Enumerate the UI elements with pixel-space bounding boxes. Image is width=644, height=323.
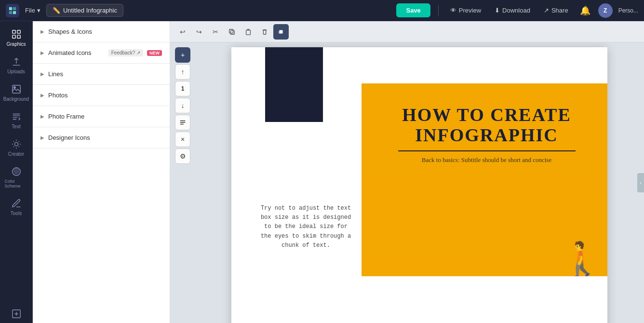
photos-section: ▶ Photos [33,85,170,106]
pencil-icon: ✏️ [53,7,60,14]
lines-label: Lines [48,70,63,78]
sidebar-item-tools-label: Tools [11,211,22,216]
username-label: Perso... [618,7,638,14]
lines-header[interactable]: ▶ Lines [33,64,170,84]
svg-rect-13 [230,30,234,34]
designer-chevron-icon: ▶ [40,135,44,140]
shapes-icons-section: ▶ Shapes & Icons [33,21,170,42]
svg-point-10 [14,142,18,146]
move-down-button[interactable]: ↓ [175,98,190,113]
document-canvas[interactable]: 🚶 Try not to adjust the text box size as… [231,47,607,323]
photos-label: Photos [48,92,67,99]
lines-section: ▶ Lines [33,64,170,85]
svg-rect-15 [246,30,251,35]
move-up-button[interactable]: ↑ [175,64,190,80]
canvas-area[interactable]: + ↑ 1 ↓ × ⚙ 🚶 [170,42,644,323]
download-icon: ⬇ [495,7,500,14]
sidebar-item-text[interactable]: Text [3,108,30,133]
sidebar-item-background-label: Background [3,96,29,102]
sidebar-item-graphics[interactable]: Graphics [3,25,30,51]
share-button[interactable]: ↗ Share [540,5,572,16]
person-silhouette: 🚶 [561,242,603,276]
page-number: 1 [175,81,190,96]
svg-rect-4 [12,30,15,33]
cut-button[interactable]: ✂ [208,24,223,40]
photo-frame-chevron-icon: ▶ [40,114,44,119]
feedback-badge[interactable]: Feedback? ↗ [108,49,143,56]
topbar: File ▾ ✏️ Untitled Infographic Save 👁 Pr… [0,0,644,21]
avatar[interactable]: Z [598,3,613,18]
collapse-panel-handle[interactable]: ‹ [637,173,644,192]
sidebar-item-bottom[interactable] [3,305,30,323]
graphics-panel: ▶ Shapes & Icons ▶ Animated Icons Feedba… [33,21,170,323]
photo-frame-label: Photo Frame [48,113,84,120]
svg-rect-5 [17,30,20,33]
page-settings-button[interactable]: ⚙ [175,148,190,164]
heading-line2-text: INFOGRAPHIC [415,125,558,145]
sidebar-item-background[interactable]: Background [3,80,30,106]
heading-line1: HOW TO CREATE [376,105,598,125]
add-page-button[interactable]: + [175,47,190,63]
svg-rect-2 [9,11,12,13]
download-label: Download [502,7,530,14]
left-sidebar: Graphics Uploads Background Text [0,21,33,323]
subtitle-text: Back to basics: Subtitle should be short… [376,156,598,164]
sidebar-item-color-scheme[interactable]: Color Scheme [3,162,30,192]
document-title[interactable]: ✏️ Untitled Infographic [46,4,123,17]
notifications-button[interactable]: 🔔 [578,3,592,18]
share-label: Share [551,7,568,14]
sidebar-item-creator-label: Creator [8,151,24,157]
photos-header[interactable]: ▶ Photos [33,85,170,106]
sidebar-item-tools[interactable]: Tools [3,194,30,220]
svg-point-9 [13,87,15,89]
delete-button[interactable] [257,24,272,40]
designer-icons-header[interactable]: ▶ Designer Icons [33,127,170,148]
copy-button[interactable] [224,24,240,40]
align-button[interactable] [175,115,190,130]
designer-icons-section: ▶ Designer Icons [33,127,170,148]
preview-button[interactable]: 👁 Preview [446,5,485,16]
paste-button[interactable] [241,24,256,40]
svg-rect-1 [13,7,16,10]
body-text-area[interactable]: Try not to adjust the text box size as i… [258,204,354,250]
photo-frame-header[interactable]: ▶ Photo Frame [33,106,170,127]
sidebar-item-text-label: Text [12,124,20,129]
page-toolbar: + ↑ 1 ↓ × ⚙ [175,47,190,164]
divider [438,5,439,16]
sidebar-item-graphics-label: Graphics [6,41,26,47]
animated-icons-label: Animated Icons [48,49,92,56]
heading-line1-text: HOW TO CREATE [402,105,571,125]
canvas-wrapper: ↩ ↪ ✂ [170,21,644,323]
file-chevron-icon: ▾ [37,7,40,14]
file-menu[interactable]: File ▾ [25,7,40,14]
sidebar-item-uploads-label: Uploads [7,69,25,74]
svg-rect-17 [279,31,281,33]
sidebar-item-color-scheme-label: Color Scheme [5,179,28,188]
file-label: File [25,7,35,14]
photos-chevron-icon: ▶ [40,93,44,98]
close-page-button[interactable]: × [175,132,190,147]
dark-rectangle [265,47,323,122]
heading-divider [398,150,576,151]
shapes-chevron-icon: ▶ [40,29,44,34]
preview-label: Preview [459,7,481,14]
share-icon: ↗ [544,7,549,14]
undo-button[interactable]: ↩ [175,24,190,40]
heading-line2: INFOGRAPHIC [376,125,598,146]
sidebar-item-creator[interactable]: Creator [3,135,30,161]
animated-icons-header[interactable]: ▶ Animated Icons Feedback? ↗ NEW [33,42,170,63]
save-button[interactable]: Save [396,3,430,17]
svg-rect-14 [229,29,233,33]
svg-rect-6 [12,35,15,38]
sidebar-item-uploads[interactable]: Uploads [3,53,30,78]
download-button[interactable]: ⬇ Download [491,5,534,16]
animated-chevron-icon: ▶ [40,50,44,55]
svg-rect-7 [17,35,20,38]
shapes-icons-header[interactable]: ▶ Shapes & Icons [33,21,170,42]
main-heading-area[interactable]: HOW TO CREATE INFOGRAPHIC Back to basics… [376,105,598,164]
bring-to-front-button[interactable] [273,24,289,40]
redo-button[interactable]: ↪ [191,24,207,40]
svg-rect-0 [9,7,12,10]
edit-toolbar: ↩ ↪ ✂ [170,21,644,42]
app-logo [6,4,19,17]
